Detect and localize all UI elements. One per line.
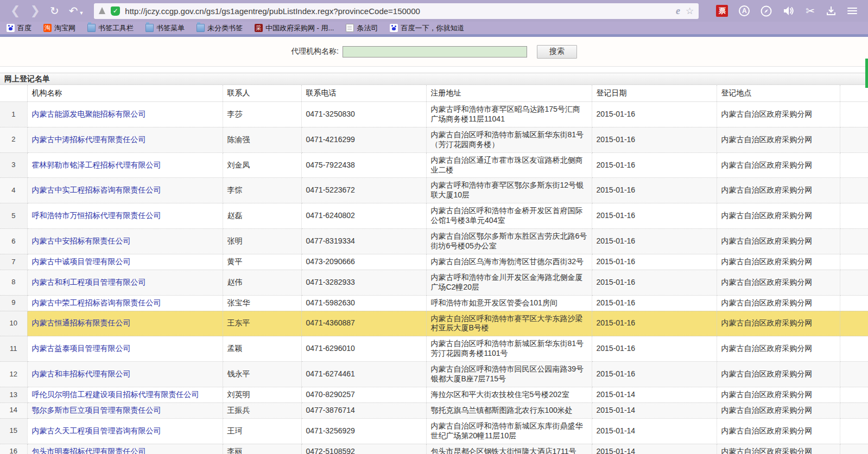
circle-a-icon[interactable]: A xyxy=(739,5,750,16)
filler-cell xyxy=(840,152,868,178)
date-cell: 2015-01-16 xyxy=(592,336,717,362)
speaker-icon[interactable] xyxy=(783,5,795,16)
scissors-icon[interactable]: ✂ xyxy=(806,4,815,17)
url-text[interactable]: http://jczy.ccgp.gov.cn/gs1/gs1agentreg/… xyxy=(125,7,673,16)
table-row[interactable]: 5 呼和浩特市万恒招标代理有限责任公司 赵磊 0471-6240802 内蒙古自… xyxy=(0,203,868,229)
table-row[interactable]: 11 内蒙古益泰项目管理有限公司 孟颖 0471-6296010 内蒙古自治区呼… xyxy=(0,336,868,362)
ticket-extension-icon[interactable]: 票 xyxy=(716,5,728,17)
phone-cell: 0471-3250830 xyxy=(301,102,426,127)
location-cell: 内蒙古自治区政府采购分网 xyxy=(717,229,840,254)
agency-name-link[interactable]: 呼和浩特市万恒招标代理有限责任公司 xyxy=(32,211,161,220)
download-icon[interactable] xyxy=(826,5,837,16)
filler-cell xyxy=(840,402,868,418)
location-cell: 内蒙古自治区政府采购分网 xyxy=(717,152,840,178)
agency-name-link[interactable]: 内蒙古恒通招标有限责任公司 xyxy=(32,318,131,327)
agency-name-link[interactable]: 内蒙古久天工程项目管理咨询有限公司 xyxy=(32,426,161,435)
table-row[interactable]: 10 内蒙古恒通招标有限责任公司 王东平 0471-4360887 内蒙古自治区… xyxy=(0,311,868,336)
undo-arrow-icon[interactable]: ↶▼ xyxy=(69,5,84,16)
row-number: 13 xyxy=(0,387,27,402)
table-row[interactable]: 14 鄂尔多斯市巨立项目管理有限责任公司 王振兵 0477-3876714 鄂托… xyxy=(0,402,868,418)
agency-name-link[interactable]: 内蒙古能源发电聚能招标有限公司 xyxy=(32,110,146,118)
agency-name-link[interactable]: 内蒙古中实工程招标咨询有限责任公司 xyxy=(32,186,161,194)
date-cell: 2015-01-16 xyxy=(592,203,717,229)
agency-name-link[interactable]: 内蒙古中安招标有限责任公司 xyxy=(32,236,131,245)
table-row[interactable]: 2 内蒙古中涛招标代理有限责任公司 陈渝强 0471-4216299 内蒙古自治… xyxy=(0,127,868,152)
row-number: 16 xyxy=(0,444,27,454)
table-row[interactable]: 1 内蒙古能源发电聚能招标有限公司 李莎 0471-3250830 内蒙古呼和浩… xyxy=(0,102,868,127)
menu-icon[interactable] xyxy=(847,6,857,16)
baidu-paw-icon xyxy=(390,24,398,32)
table-row[interactable]: 15 内蒙古久天工程项目管理咨询有限公司 王珂 0471-3256929 内蒙古… xyxy=(0,418,868,444)
bookmark-item[interactable]: 百度 xyxy=(7,23,31,33)
bookmark-item[interactable]: 淘 淘宝网 xyxy=(43,23,75,33)
bookmark-item[interactable]: 未分类书签 xyxy=(197,23,243,33)
row-number: 5 xyxy=(0,203,27,229)
agency-name-link[interactable]: 内蒙古益泰项目管理有限公司 xyxy=(32,344,131,353)
agency-name-link[interactable]: 内蒙古和利工程项目管理有限公司 xyxy=(32,278,146,286)
agency-name-link[interactable]: 呼伦贝尔明信工程建设项目招标代理有限责任公司 xyxy=(32,390,199,399)
table-row[interactable]: 9 内蒙古中荣工程招标咨询有限责任公司 张宝华 0471-5982630 呼和浩… xyxy=(0,295,868,311)
address-bar[interactable]: ✓ http://jczy.ccgp.gov.cn/gs1/gs1agentre… xyxy=(94,3,699,19)
green-scrollbar-thumb[interactable] xyxy=(865,59,868,88)
bookmark-label: 书签工具栏 xyxy=(98,23,134,33)
table-row[interactable]: 4 内蒙古中实工程招标咨询有限责任公司 李悰 0471-5223672 内蒙古呼… xyxy=(0,178,868,203)
bookmark-item[interactable]: 百度一下，你就知道 xyxy=(390,23,464,33)
bookmark-item[interactable]: 书签菜单 xyxy=(145,23,185,33)
agency-name-link[interactable]: 内蒙古中涛招标代理有限责任公司 xyxy=(32,135,146,144)
filler-cell xyxy=(840,336,868,362)
location-cell: 内蒙古自治区政府采购分网 xyxy=(717,402,840,418)
phone-cell: 0477-8319334 xyxy=(301,229,426,254)
table-row[interactable]: 6 内蒙古中安招标有限责任公司 张明 0477-8319334 内蒙古自治区鄂尔… xyxy=(0,229,868,254)
header-address[interactable]: 注册地址 xyxy=(426,85,592,102)
ie-icon[interactable]: e xyxy=(676,5,680,17)
bookmark-star-icon[interactable]: ☆ xyxy=(686,5,694,17)
date-cell: 2015-01-16 xyxy=(592,311,717,336)
date-cell: 2015-01-16 xyxy=(592,178,717,203)
row-number: 11 xyxy=(0,336,27,362)
row-number: 4 xyxy=(0,178,27,203)
bookmark-item[interactable]: 采 中国政府采购网 - 用... xyxy=(255,23,334,33)
table-row[interactable]: 8 内蒙古和利工程项目管理有限公司 赵伟 0471-3282933 内蒙古呼和浩… xyxy=(0,270,868,295)
location-cell: 内蒙古自治区政府采购分网 xyxy=(717,418,840,444)
bookmark-item[interactable]: 条法司 xyxy=(346,23,378,33)
compass-icon[interactable] xyxy=(761,5,772,17)
agency-name-link[interactable]: 内蒙古中荣工程招标咨询有限责任公司 xyxy=(32,298,161,307)
table-row[interactable]: 13 呼伦贝尔明信工程建设项目招标代理有限责任公司 刘英明 0470-82902… xyxy=(0,387,868,402)
filler-cell xyxy=(840,387,868,402)
filler-cell xyxy=(840,270,868,295)
table-row[interactable]: 3 霍林郭勒市铭泽工程招标代理有限公司 刘金凤 0475-7922438 内蒙古… xyxy=(0,152,868,178)
table-header-row: 机构名称 联系人 联系电话 注册地址 登记日期 登记地点 xyxy=(0,85,868,102)
header-contact[interactable]: 联系人 xyxy=(223,85,301,102)
section-title: 网上登记名单 xyxy=(0,73,868,85)
table-row[interactable]: 7 内蒙古中诚项目管理有限公司 黄平 0473-2090666 内蒙古自治区乌海… xyxy=(0,254,868,270)
header-date[interactable]: 登记日期 xyxy=(592,85,717,102)
bookmark-item[interactable]: 书签工具栏 xyxy=(87,23,134,33)
address-cell: 内蒙古呼和浩特市金川开发区金海路北侧金厦广场C2幢20层 xyxy=(426,270,592,295)
table-row[interactable]: 16 包头市明泰招标代理有限责任公司 李丽 0472-5108592 包头市昆都… xyxy=(0,444,868,454)
agency-name-link[interactable]: 霍林郭勒市铭泽工程招标代理有限公司 xyxy=(32,161,161,169)
header-location[interactable]: 登记地点 xyxy=(717,85,840,102)
filler-cell xyxy=(840,311,868,336)
header-phone[interactable]: 联系电话 xyxy=(301,85,426,102)
folder-icon xyxy=(145,24,154,32)
date-cell: 2015-01-16 xyxy=(592,362,717,387)
agent-name-input[interactable] xyxy=(343,46,527,57)
date-cell: 2015-01-14 xyxy=(592,418,717,444)
refresh-icon[interactable]: ↻ xyxy=(50,5,59,16)
agency-name-link[interactable]: 内蒙古和丰招标代理有限公司 xyxy=(32,369,131,378)
date-cell: 2015-01-16 xyxy=(592,152,717,178)
phone-cell: 0470-8290257 xyxy=(301,387,426,402)
back-icon[interactable]: ❮ xyxy=(10,5,20,17)
row-number: 2 xyxy=(0,127,27,152)
contact-cell: 陈渝强 xyxy=(223,127,301,152)
forward-icon[interactable]: ❯ xyxy=(30,5,40,17)
agency-name-link[interactable]: 包头市明泰招标代理有限责任公司 xyxy=(32,447,146,454)
phone-cell: 0471-3256929 xyxy=(301,418,426,444)
header-name[interactable]: 机构名称 xyxy=(27,85,223,102)
address-cell: 鄂托克旗乌兰镇都斯图路北农行东100米处 xyxy=(426,402,592,418)
search-button[interactable]: 搜索 xyxy=(537,45,577,59)
agency-name-link[interactable]: 鄂尔多斯市巨立项目管理有限责任公司 xyxy=(32,406,161,414)
address-cell: 内蒙古自治区呼和浩特市新城区新华东街81号（芳汀花园商务楼） xyxy=(426,127,592,152)
agency-name-link[interactable]: 内蒙古中诚项目管理有限公司 xyxy=(32,257,131,266)
table-row[interactable]: 12 内蒙古和丰招标代理有限公司 钱永平 0471-6274461 内蒙古自治区… xyxy=(0,362,868,387)
